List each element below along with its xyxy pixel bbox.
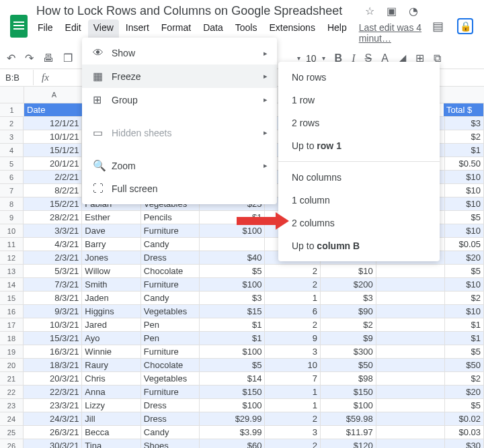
cell-total[interactable]: $10	[445, 278, 484, 291]
cell-price[interactable]: $15	[200, 305, 265, 318]
row-header[interactable]: 21	[0, 372, 24, 385]
cell-item[interactable]: Furniture	[141, 224, 200, 237]
menu-fullscreen[interactable]: ⛶Full screen	[82, 177, 277, 200]
cell-item[interactable]: Vegetables	[141, 372, 200, 385]
cell-name[interactable]: Smith	[82, 278, 140, 291]
cell-price[interactable]: $60	[200, 439, 265, 448]
cell-qty[interactable]: 3	[265, 426, 321, 439]
cell-total[interactable]: $1	[445, 332, 484, 345]
row-header[interactable]: 23	[0, 399, 24, 412]
cell-name[interactable]: Jaden	[82, 292, 140, 304]
row-header[interactable]: 19	[0, 345, 24, 358]
sheets-logo[interactable]	[5, 13, 32, 40]
cell-price[interactable]: $100	[200, 278, 265, 291]
redo-icon[interactable]: ↷	[25, 52, 34, 64]
undo-icon[interactable]: ↶	[7, 52, 15, 64]
cell-date[interactable]: 20/3/21	[24, 372, 82, 385]
cell-blank[interactable]	[376, 332, 445, 345]
cell-total[interactable]: $20	[445, 386, 484, 398]
cell-blank[interactable]	[376, 439, 445, 448]
comments-icon[interactable]: ▤	[432, 19, 444, 34]
cell-total[interactable]: $2	[445, 372, 484, 385]
cell-item[interactable]: Dress	[141, 412, 200, 425]
freeze-2-cols[interactable]: 2 columns	[278, 212, 440, 234]
cell-date-header[interactable]: Date	[24, 103, 85, 116]
cell-total[interactable]: $30	[445, 439, 484, 448]
cell-total[interactable]: $10	[445, 224, 484, 237]
cell-total[interactable]: $50	[445, 359, 484, 371]
cell-date[interactable]: 2/3/21	[24, 251, 82, 264]
cell-price[interactable]: $1	[200, 318, 265, 331]
row-header[interactable]: 22	[0, 386, 24, 398]
cell-price[interactable]: $150	[200, 386, 265, 398]
cell-price[interactable]: $1	[200, 332, 265, 345]
table-row[interactable]: 135/3/21WillowChocolate$52$10$5	[0, 265, 484, 278]
row-header[interactable]: 11	[0, 238, 24, 251]
caret-icon[interactable]: ▾	[322, 54, 325, 62]
cell-subtotal[interactable]: $59.98	[321, 412, 376, 425]
table-row[interactable]: 2323/3/21LizzyDress$1001$100$5	[0, 399, 484, 412]
cell-subtotal[interactable]: $98	[321, 372, 376, 385]
row-header[interactable]: 18	[0, 332, 24, 345]
freeze-up-to-col[interactable]: Up to column B	[278, 234, 440, 257]
row-header[interactable]: 15	[0, 292, 24, 304]
table-row[interactable]: 2222/3/21AnnaFurniture$1501$150$20	[0, 386, 484, 399]
cell-name[interactable]: Becca	[82, 426, 140, 439]
cell-total[interactable]: $10	[445, 184, 484, 197]
cell-date[interactable]: 23/3/21	[24, 399, 82, 412]
cell-item[interactable]: Shoes	[141, 439, 200, 448]
cell-price[interactable]: $5	[200, 265, 265, 277]
cell-qty[interactable]: 1	[265, 399, 321, 412]
table-row[interactable]: 2630/3/21TinaShoes$602$120$30	[0, 439, 484, 448]
cell-total[interactable]: $1	[445, 144, 484, 156]
row-header[interactable]: 17	[0, 318, 24, 331]
cell-total[interactable]: $5	[445, 265, 484, 277]
row-header[interactable]: 5	[0, 157, 24, 170]
cell-qty[interactable]: 1	[265, 292, 321, 304]
cell-qty[interactable]: 1	[265, 386, 321, 398]
cell-qty[interactable]: 2	[265, 265, 321, 277]
row-header[interactable]: 7	[0, 184, 24, 197]
cell-date[interactable]: 15/2/21	[24, 197, 82, 210]
table-row[interactable]: 158/3/21JadenCandy$31$3$2	[0, 292, 484, 305]
cell-subtotal[interactable]: $100	[321, 399, 376, 412]
cell-item[interactable]: Furniture	[141, 278, 200, 291]
move-icon[interactable]: ▣	[387, 5, 397, 17]
cell-price[interactable]: $100	[200, 224, 265, 237]
cell-item[interactable]: Chocolate	[141, 359, 200, 371]
cell-name[interactable]: Raury	[82, 359, 140, 371]
row-header[interactable]: 14	[0, 278, 24, 291]
cell-date[interactable]: 4/3/21	[24, 238, 82, 251]
cell-item[interactable]: Chocolate	[141, 265, 200, 277]
cell-date[interactable]: 10/3/21	[24, 318, 82, 331]
cell-item[interactable]: Furniture	[141, 386, 200, 398]
cell-item[interactable]: Candy	[141, 238, 200, 251]
table-row[interactable]: 147/3/21SmithFurniture$1002$200$10	[0, 278, 484, 292]
table-row[interactable]: 2424/3/21JillDress$29.992$59.98$0.02	[0, 412, 484, 426]
select-all-corner[interactable]	[0, 87, 24, 103]
cell-date[interactable]: 26/3/21	[24, 426, 82, 439]
cell-qty[interactable]: 7	[265, 372, 321, 385]
cell-subtotal[interactable]: $300	[321, 345, 376, 358]
cell-price[interactable]: $100	[200, 399, 265, 412]
cell-name[interactable]: Tina	[82, 439, 140, 448]
menu-freeze[interactable]: ▦Freeze▸	[82, 64, 277, 88]
cell-name[interactable]: Jones	[82, 251, 140, 264]
cell-blank[interactable]	[376, 386, 445, 398]
cell-item[interactable]: Candy	[141, 426, 200, 439]
caret-icon[interactable]: ▾	[297, 54, 300, 62]
row-header[interactable]: 8	[0, 197, 24, 210]
cell-total-header[interactable]: Total $	[444, 103, 484, 116]
freeze-up-to-row[interactable]: Up to row 1	[278, 134, 440, 157]
menu-help[interactable]: Help	[322, 19, 352, 46]
cell-name[interactable]: Chris	[82, 372, 140, 385]
freeze-no-cols[interactable]: No columns	[278, 166, 440, 189]
cell-name[interactable]: Dave	[82, 224, 140, 237]
cell-item[interactable]: Pen	[141, 318, 200, 331]
cell-item[interactable]: Dress	[141, 251, 200, 264]
cell-subtotal[interactable]: $3	[321, 292, 376, 304]
cell-blank[interactable]	[376, 318, 445, 331]
row-header[interactable]: 3	[0, 130, 24, 143]
cell-date[interactable]: 18/3/21	[24, 359, 82, 371]
row-header[interactable]: 1	[0, 103, 24, 116]
